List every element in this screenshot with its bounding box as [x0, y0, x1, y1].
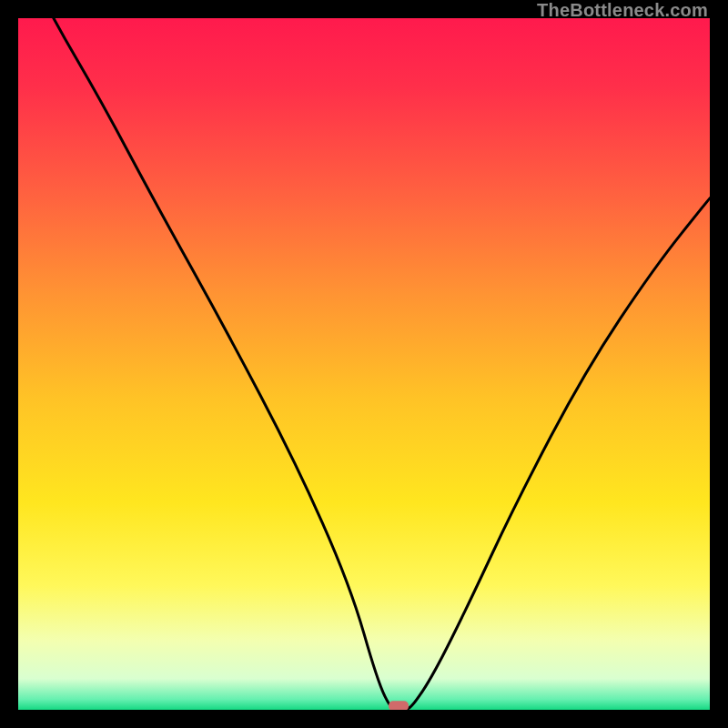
- watermark-text: TheBottleneck.com: [537, 0, 708, 21]
- plot-area: [18, 18, 710, 710]
- minimum-marker: [389, 701, 409, 710]
- chart-frame: TheBottleneck.com: [0, 0, 728, 728]
- bottleneck-curve: [18, 18, 710, 710]
- curve-layer: [18, 18, 710, 710]
